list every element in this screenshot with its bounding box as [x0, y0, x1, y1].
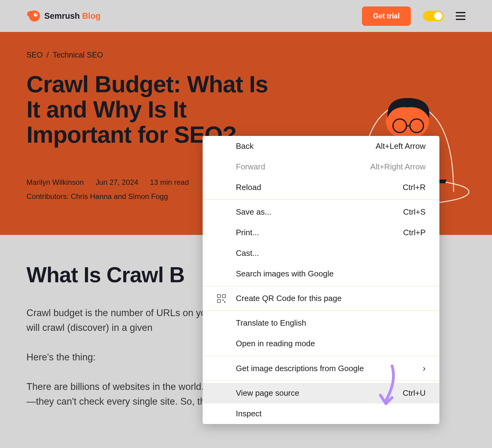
menu-separator	[203, 286, 439, 286]
menu-label: Get image descriptions from Google	[236, 364, 364, 373]
breadcrumb: SEO / Technical SEO	[26, 50, 466, 59]
get-trial-button[interactable]: Get trial	[362, 6, 411, 26]
brand-text: Semrush Blog	[44, 11, 101, 21]
menu-qr-code[interactable]: Create QR Code for this page	[203, 288, 439, 309]
svg-rect-15	[222, 299, 224, 301]
menu-label: Reload	[236, 183, 261, 192]
menu-print[interactable]: Print... Ctrl+P	[203, 222, 439, 243]
qr-code-icon	[216, 293, 227, 304]
menu-separator	[203, 311, 439, 311]
menu-label: View page source	[236, 388, 299, 398]
svg-rect-14	[217, 299, 220, 303]
context-menu: Back Alt+Left Arrow Forward Alt+Right Ar…	[203, 136, 439, 424]
svg-rect-12	[217, 295, 220, 298]
read-time: 13 min read	[150, 178, 189, 187]
menu-shortcut: Alt+Left Arrow	[375, 141, 426, 151]
menu-label: Cast...	[236, 248, 259, 258]
breadcrumb-seo[interactable]: SEO	[26, 50, 43, 59]
menu-separator	[203, 381, 439, 381]
menu-search-images[interactable]: Search images with Google	[203, 264, 439, 284]
menu-view-source[interactable]: View page source Ctrl+U	[203, 383, 439, 403]
breadcrumb-technical-seo[interactable]: Technical SEO	[53, 50, 103, 59]
menu-label: Back	[236, 141, 254, 151]
menu-separator	[203, 356, 439, 356]
menu-reload[interactable]: Reload Ctrl+R	[203, 177, 439, 198]
svg-point-2	[36, 14, 37, 15]
menu-label: Forward	[236, 162, 265, 172]
header-right: Get trial	[362, 6, 466, 26]
menu-save-as[interactable]: Save as... Ctrl+S	[203, 202, 439, 222]
menu-shortcut: Alt+Right Arrow	[370, 162, 426, 172]
menu-shortcut: Ctrl+S	[403, 207, 426, 217]
menu-label: Print...	[236, 228, 259, 237]
menu-shortcut: Ctrl+P	[403, 228, 426, 237]
menu-shortcut: Ctrl+U	[403, 388, 426, 398]
menu-label: Create QR Code for this page	[236, 294, 342, 303]
menu-label: Open in reading mode	[236, 339, 315, 348]
header: Semrush Blog Get trial	[0, 0, 492, 32]
svg-rect-13	[222, 295, 225, 298]
semrush-logo-icon	[26, 9, 40, 23]
menu-icon[interactable]	[456, 12, 466, 20]
menu-image-descriptions[interactable]: Get image descriptions from Google ›	[203, 358, 439, 379]
breadcrumb-separator: /	[47, 50, 49, 59]
menu-forward: Forward Alt+Right Arrow	[203, 157, 439, 177]
menu-label: Inspect	[236, 409, 262, 418]
menu-inspect[interactable]: Inspect	[203, 403, 439, 424]
author: Marilyn Wilkinson	[26, 178, 84, 187]
svg-point-1	[34, 13, 38, 17]
menu-label: Translate to English	[236, 318, 306, 328]
menu-label: Save as...	[236, 207, 272, 217]
svg-rect-16	[224, 301, 225, 303]
menu-label: Search images with Google	[236, 269, 334, 279]
menu-translate[interactable]: Translate to English	[203, 313, 439, 333]
theme-toggle[interactable]	[423, 11, 443, 21]
publish-date: Jun 27, 2024	[96, 178, 138, 187]
menu-cast[interactable]: Cast...	[203, 243, 439, 264]
menu-separator	[203, 200, 439, 200]
menu-reading-mode[interactable]: Open in reading mode	[203, 333, 439, 354]
menu-back[interactable]: Back Alt+Left Arrow	[203, 136, 439, 157]
chevron-right-icon: ›	[423, 363, 426, 373]
brand[interactable]: Semrush Blog	[26, 9, 101, 23]
menu-shortcut: Ctrl+R	[403, 183, 426, 192]
